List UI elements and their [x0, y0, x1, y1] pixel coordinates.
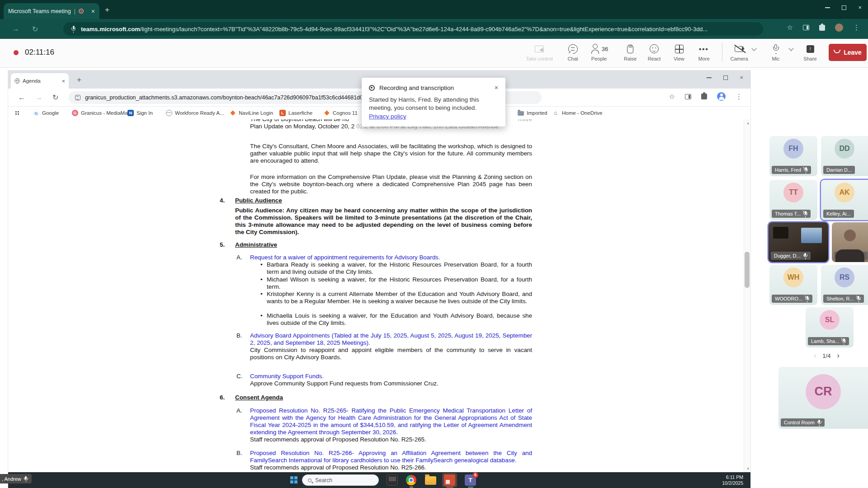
participant-tile[interactable]: WH WOODRO... — [769, 265, 817, 305]
raise-hand-button[interactable]: Raise — [617, 43, 644, 61]
outlook-icon[interactable] — [444, 474, 455, 486]
chrome-icon[interactable] — [406, 475, 416, 485]
bookmark-sign-in[interactable]: NSign In — [127, 110, 153, 116]
bookmark-naviline[interactable]: NaviLine Login — [230, 110, 273, 116]
participant-tile[interactable]: DD Darrian D... — [821, 136, 868, 176]
bookmark-star-icon[interactable]: ☆ — [787, 23, 793, 32]
hangup-icon — [834, 50, 840, 53]
maximize-icon[interactable] — [842, 5, 846, 10]
side-panel-icon[interactable] — [803, 25, 809, 30]
bookmark-google[interactable]: GGoogle — [33, 110, 59, 116]
extensions-icon[interactable] — [701, 94, 707, 99]
agenda-document[interactable]: The City of Boynton Beach will be honsiv… — [8, 119, 750, 472]
chevron-down-icon — [751, 46, 756, 51]
chat-icon — [568, 44, 578, 54]
participant-tile[interactable]: SL Lamb, Sha... — [806, 307, 854, 347]
agenda-link[interactable]: Community Support Funds. — [250, 373, 532, 380]
new-tab-button[interactable]: + — [105, 5, 109, 14]
side-panel-icon[interactable] — [685, 94, 691, 99]
take-control-button: Take control — [520, 43, 559, 61]
participant-name: Thomas T... — [772, 210, 811, 218]
react-smiley-icon — [650, 44, 659, 53]
pager-prev-icon[interactable]: ‹ — [814, 352, 816, 360]
participant-tile[interactable]: TT Thomas T... — [769, 180, 817, 220]
browser-tab-teams-meeting[interactable]: Microsoft Teams meeting | × — [4, 3, 99, 19]
bookmark-folder-imported[interactable]: Imported — [518, 110, 547, 116]
teams-icon[interactable]: T5 — [465, 474, 476, 486]
close-icon[interactable]: × — [858, 5, 862, 10]
notification-body: Started by Harris, Fred. By attending th… — [369, 96, 498, 112]
file-explorer-icon[interactable] — [425, 476, 436, 485]
maximize-icon[interactable] — [723, 75, 728, 80]
bookmark-star-icon[interactable]: ☆ — [669, 93, 675, 101]
minimize-icon[interactable] — [825, 7, 830, 8]
timer-value: 02:11:16 — [25, 48, 54, 57]
taskbar-clock[interactable]: 6:11 PM 10/2/2025 — [722, 474, 743, 486]
forward-icon[interactable]: → — [12, 24, 19, 33]
back-icon[interactable]: ← — [18, 94, 25, 102]
profile-avatar[interactable] — [717, 92, 726, 101]
scroll-down-icon[interactable]: ▾ — [747, 466, 749, 471]
windows-start-icon[interactable] — [290, 476, 297, 483]
participant-tile-speaking[interactable]: AK Kelley, Ai... — [821, 180, 868, 220]
avatar: TT — [783, 183, 803, 202]
privacy-policy-link[interactable]: Privacy policy — [369, 113, 406, 120]
bookmark-laserfiche[interactable]: LLaserfiche — [279, 110, 312, 116]
taskbar-search[interactable]: Search — [302, 474, 379, 486]
shared-tab-agenda[interactable]: Agenda × — [11, 73, 69, 89]
scroll-up-icon[interactable]: ▴ — [747, 121, 749, 125]
participant-video-tile[interactable]: Mack, And... — [832, 222, 868, 262]
tab-title: Microsoft Teams meeting — [8, 8, 71, 14]
mic-options-button[interactable] — [786, 43, 797, 54]
apps-grid-icon[interactable] — [15, 111, 19, 115]
forward-icon[interactable]: → — [35, 94, 42, 102]
notification-close-icon[interactable]: × — [495, 84, 498, 91]
app-icon-dark[interactable] — [387, 474, 398, 486]
tab-close-icon[interactable]: × — [61, 78, 65, 84]
camera-options-button[interactable] — [749, 43, 760, 54]
browser-menu-icon[interactable]: ⋮ — [736, 93, 742, 101]
agenda-link[interactable]: Proposed Resolution No. R25-266- Approvi… — [250, 450, 532, 464]
participant-video-tile[interactable]: Dugger, D... — [769, 222, 828, 262]
pager-next-icon[interactable]: › — [837, 352, 839, 360]
bookmark-granicus[interactable]: GGranicus - MediaMa... — [72, 110, 132, 116]
minimize-icon[interactable] — [707, 77, 712, 78]
address-bar[interactable]: teams.microsoft.com/light-meetings/launc… — [63, 22, 763, 36]
chat-button[interactable]: Chat — [559, 43, 586, 61]
agenda-link[interactable]: Request for a waiver of appointment requ… — [250, 254, 532, 261]
browser-menu-icon[interactable]: ⋮ — [853, 23, 860, 32]
participant-tile[interactable]: RS Shelton, R... — [821, 265, 868, 305]
extensions-icon[interactable] — [819, 25, 825, 31]
doc-section-5-heading: 5.Administrative — [220, 241, 532, 249]
people-button[interactable]: 36 People — [584, 43, 614, 61]
mic-button[interactable]: Mic — [762, 43, 789, 61]
participant-name: Control Room — [781, 418, 825, 427]
take-control-icon — [535, 46, 544, 52]
tab-close-icon[interactable]: × — [91, 8, 95, 15]
view-button[interactable]: View — [665, 43, 693, 61]
bookmark-cognos[interactable]: Cognos 11 — [324, 110, 358, 116]
browser-toolbar: → ↻ teams.microsoft.com/light-meetings/l… — [0, 19, 868, 39]
leave-button[interactable]: Leave — [829, 44, 867, 61]
profile-avatar[interactable] — [835, 23, 843, 32]
participant-name: Harris, Fred — [772, 166, 811, 174]
close-icon[interactable]: × — [740, 75, 743, 80]
participant-tile[interactable]: FH Harris, Fred — [769, 136, 817, 176]
control-room-tile[interactable]: CR Control Room — [778, 367, 868, 429]
bookmark-home-onedrive[interactable]: ⌂Home - OneDrive — [554, 110, 602, 116]
scrollbar-thumb[interactable] — [745, 252, 750, 288]
doc-section-4-body: Public Audience: Any citizen may be hear… — [235, 207, 532, 236]
agenda-link[interactable]: Advisory Board Appointments (Tabled at t… — [250, 332, 532, 347]
globe-favicon — [14, 78, 20, 84]
more-button[interactable]: ••• More — [690, 43, 717, 61]
mic-muted-icon — [803, 211, 807, 216]
scrollbar[interactable]: ▴ ▾ — [744, 119, 750, 472]
bookmark-workforce[interactable]: Workforce Ready A... — [166, 110, 224, 116]
agenda-link[interactable]: Proposed Resolution No. R25-265- Ratifyi… — [250, 407, 532, 436]
reload-icon[interactable]: ↻ — [32, 25, 38, 33]
mic-icon — [773, 44, 779, 53]
share-button[interactable]: ↑ Share — [797, 43, 824, 61]
new-tab-button[interactable]: + — [77, 75, 81, 84]
reload-icon[interactable]: ↻ — [52, 93, 58, 102]
react-button[interactable]: React — [641, 43, 668, 61]
